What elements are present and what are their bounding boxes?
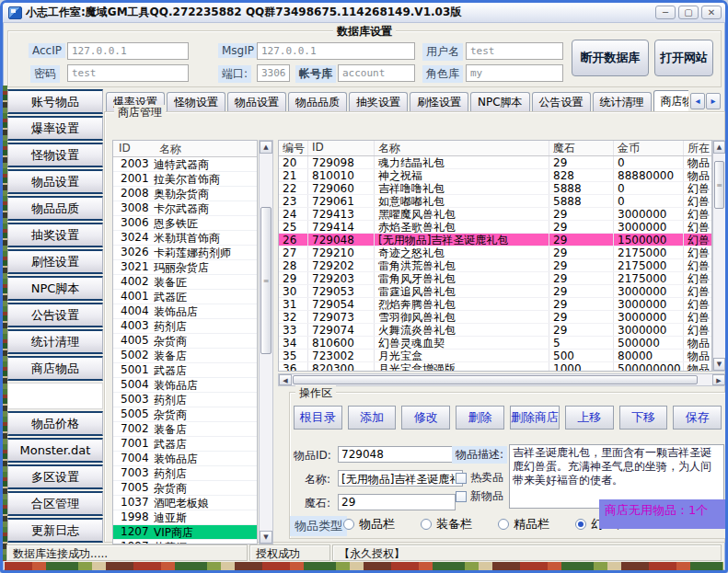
scroll-left-icon[interactable]: ◀ [279, 374, 292, 385]
item-row[interactable]: 35723002月光宝盒50080000物品 [279, 350, 711, 362]
item-row[interactable]: 30729053雷霆追风兽礼包293000000幻兽 [279, 285, 711, 298]
op-button-删除商店[interactable]: 删除商店 [510, 406, 560, 430]
sidebar-item-物品价格[interactable]: 物品价格 [7, 411, 103, 436]
item-table-vscrollbar[interactable]: ▲ ▼ [712, 140, 726, 372]
item-row[interactable]: 24729413黑曜魔风兽礼包293000000幻兽 [279, 208, 711, 221]
scroll-right-icon[interactable]: ▶ [712, 374, 725, 385]
shop-row[interactable]: 7005杂货商 [113, 481, 257, 496]
item-row[interactable]: 23729061如意嘟嘟礼包58880幻兽 [279, 195, 711, 208]
tab-怪物设置[interactable]: 怪物设置 [167, 92, 225, 111]
item-row[interactable]: 32729073雪羽御风兽礼包293000000幻兽 [279, 311, 711, 324]
tab-统计清理[interactable]: 统计清理 [593, 92, 652, 111]
shop-row[interactable]: 4005杂货商 [113, 334, 257, 349]
sidebar-item-爆率设置[interactable]: 爆率设置 [7, 116, 103, 141]
item-row[interactable]: 20729098魂力结晶礼包290物品 [279, 156, 711, 169]
account-db-field[interactable]: account [338, 64, 415, 82]
new-item-checkbox[interactable]: 新物品 [456, 488, 503, 504]
item-row[interactable]: 36820300月光宝盒增强版1000500000000物品 [279, 362, 711, 372]
item-row[interactable]: 21810010神之祝福82888880000物品 [279, 169, 711, 182]
scrollbar-thumb[interactable] [293, 375, 698, 384]
tab-物品设置[interactable]: 物品设置 [227, 92, 286, 111]
port-field[interactable]: 3306 [257, 64, 290, 82]
tab-scroll-left-icon[interactable]: ◂ [690, 93, 705, 109]
item-row[interactable]: 22729060吉祥噜噜礼包58880幻兽 [279, 182, 711, 195]
scrollbar-thumb[interactable] [260, 207, 272, 354]
accip-field[interactable]: 127.0.0.1 [67, 42, 189, 60]
item-table-hscrollbar[interactable]: ◀ ▶ [278, 373, 726, 386]
sidebar-item-统计清理[interactable]: 统计清理 [7, 329, 103, 354]
shop-row[interactable]: 4001武器匠 [113, 290, 257, 304]
scroll-down-icon[interactable]: ▼ [260, 531, 272, 544]
tab-物品品质[interactable]: 物品品质 [288, 92, 347, 111]
open-website-button[interactable]: 打开网站 [654, 40, 713, 76]
shop-row[interactable]: 5004装饰品店 [113, 378, 257, 393]
shop-row[interactable]: 1998迪亚斯 [113, 510, 257, 525]
sidebar-item-商店物品[interactable]: 商店物品 [7, 356, 103, 381]
shop-row[interactable]: 5003药剂店 [113, 393, 257, 407]
shop-row[interactable]: 7004装饰品店 [113, 452, 257, 466]
scroll-up-icon[interactable]: ▲ [260, 141, 272, 154]
op-button-下移[interactable]: 下移 [619, 406, 668, 430]
shop-list-scrollbar[interactable]: ▲ ▼ [259, 140, 273, 544]
shop-row[interactable]: 7001武器店 [113, 437, 257, 452]
password-field[interactable]: test [67, 64, 189, 82]
scroll-up-icon[interactable]: ▲ [713, 141, 725, 154]
shop-row[interactable]: 4004装饰品店 [113, 304, 257, 319]
item-id-field[interactable]: 729048 [338, 446, 463, 463]
hot-sale-checkbox[interactable]: 热卖品 [456, 470, 503, 486]
shop-row[interactable]: 7002装备店 [113, 422, 257, 437]
sidebar-item-合区管理[interactable]: 合区管理 [7, 491, 103, 516]
shop-row[interactable]: 7003药剂店 [113, 466, 257, 481]
radio-精品栏[interactable]: 精品栏 [498, 516, 549, 533]
shop-row[interactable]: 5002装备店 [113, 349, 257, 363]
tab-刷怪设置[interactable]: 刷怪设置 [410, 92, 468, 111]
shop-row[interactable]: 1207VIP商店 [113, 525, 257, 540]
item-row[interactable]: 26729048[无用物品]吉祥圣诞鹿礼包291500000幻兽 [279, 234, 711, 246]
item-name-field[interactable]: [无用物品]吉祥圣诞鹿礼包 [338, 470, 463, 487]
close-icon[interactable]: ✕ [701, 6, 722, 19]
shop-row[interactable]: 4003药剂店 [113, 319, 257, 334]
tab-商店物品[interactable]: 商店物品 [653, 90, 688, 111]
sidebar-item-物品品质[interactable]: 物品品质 [7, 196, 103, 221]
username-field[interactable]: test [466, 42, 563, 60]
msgip-field[interactable]: 127.0.0.1 [257, 42, 415, 60]
shop-row[interactable]: 4002装备匠 [113, 275, 257, 290]
sidebar-item-抽奖设置[interactable]: 抽奖设置 [7, 223, 103, 247]
item-row[interactable]: 25729414赤焰圣歌兽礼包293000000幻兽 [279, 221, 711, 234]
radio-物品栏[interactable]: 物品栏 [343, 516, 395, 533]
magic-stone-field[interactable]: 29 [338, 494, 456, 510]
scroll-down-icon[interactable]: ▼ [713, 358, 725, 371]
shop-row[interactable]: 1037酒吧老板娘 [113, 496, 257, 510]
shop-row[interactable]: 5005杂货商 [113, 407, 257, 422]
sidebar-item-Monster.dat[interactable]: Monster.dat [7, 438, 103, 463]
shop-row[interactable]: 2003迪特武器商 [113, 157, 257, 172]
op-button-删除[interactable]: 删除 [456, 406, 504, 430]
item-row[interactable]: 31729054烈焰奔腾兽礼包293000000幻兽 [279, 298, 711, 311]
tab-抽奖设置[interactable]: 抽奖设置 [349, 92, 408, 111]
shop-row[interactable]: 3024米勒琪首饰商 [113, 231, 257, 246]
minimize-icon[interactable]: ─ [655, 6, 676, 19]
sidebar-item-多区设置[interactable]: 多区设置 [7, 464, 103, 489]
shop-row[interactable]: 3006恩多铁匠 [113, 216, 257, 231]
role-db-field[interactable]: my [466, 64, 563, 82]
sidebar-item-刷怪设置[interactable]: 刷怪设置 [7, 249, 103, 274]
op-button-根目录[interactable]: 根目录 [294, 406, 342, 430]
shop-row[interactable]: 3008卡尔武器商 [113, 201, 257, 216]
sidebar-item-公告设置[interactable]: 公告设置 [7, 303, 103, 327]
tab-NPC脚本[interactable]: NPC脚本 [470, 92, 530, 111]
sidebar-item-物品设置[interactable]: 物品设置 [7, 169, 103, 194]
tab-scroll-right-icon[interactable]: ▸ [706, 93, 721, 109]
sidebar-item-账号物品[interactable]: 账号物品 [7, 89, 103, 114]
radio-装备栏[interactable]: 装备栏 [421, 516, 472, 533]
item-row[interactable]: 28729202雷角洪荒兽礼包292175000幻兽 [279, 259, 711, 272]
op-button-保存[interactable]: 保存 [673, 406, 722, 430]
sidebar-item-更新日志[interactable]: 更新日志 [7, 518, 103, 543]
shop-row[interactable]: 3021玛丽杂货店 [113, 260, 257, 275]
sidebar-item-NPC脚本[interactable]: NPC脚本 [7, 276, 103, 301]
maximize-icon[interactable]: ▢ [678, 6, 699, 19]
scrollbar-thumb[interactable] [714, 161, 724, 209]
op-button-修改[interactable]: 修改 [401, 406, 450, 430]
shop-row[interactable]: 2001拉美尔首饰商 [113, 172, 257, 187]
sidebar-item-怪物设置[interactable]: 怪物设置 [7, 143, 103, 167]
tab-公告设置[interactable]: 公告设置 [532, 92, 591, 111]
